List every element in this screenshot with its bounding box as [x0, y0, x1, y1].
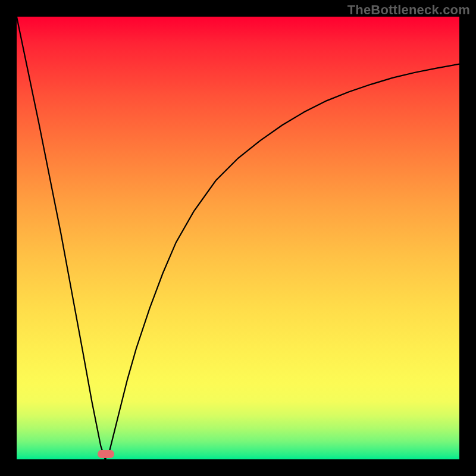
chart-frame: { "watermark": "TheBottleneck.com", "plo…	[0, 0, 476, 476]
watermark-text: TheBottleneck.com	[347, 2, 470, 18]
minimum-marker	[98, 450, 114, 458]
plot-area	[17, 17, 459, 459]
curve-svg	[17, 17, 459, 459]
curve-path	[17, 17, 459, 459]
